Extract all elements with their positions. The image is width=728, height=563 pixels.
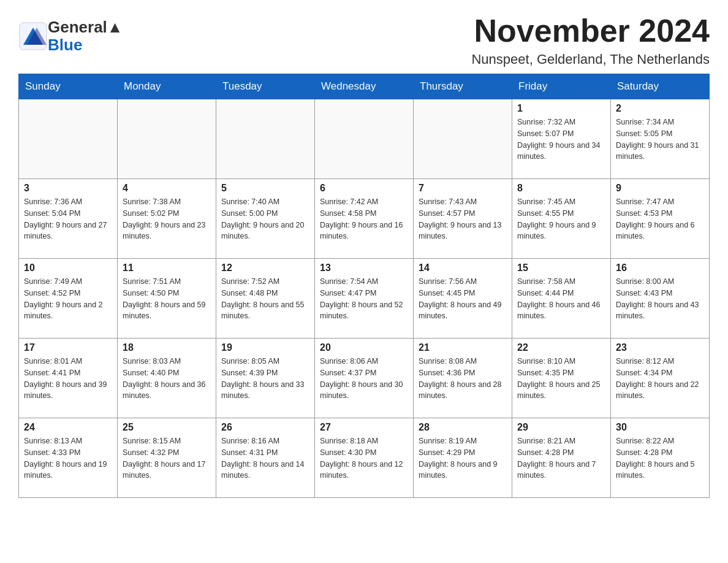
day-info: Sunrise: 8:22 AM Sunset: 4:28 PM Dayligh… [616, 435, 704, 481]
logo-text-general: General [48, 18, 107, 36]
day-info: Sunrise: 8:03 AM Sunset: 4:40 PM Dayligh… [123, 356, 211, 402]
day-info: Sunrise: 8:10 AM Sunset: 4:35 PM Dayligh… [517, 356, 605, 402]
calendar-cell [118, 99, 216, 179]
calendar-table: SundayMondayTuesdayWednesdayThursdayFrid… [18, 74, 710, 498]
day-info: Sunrise: 8:13 AM Sunset: 4:33 PM Dayligh… [24, 435, 112, 481]
calendar-cell: 11Sunrise: 7:51 AM Sunset: 4:50 PM Dayli… [118, 259, 216, 339]
calendar-week-2: 3Sunrise: 7:36 AM Sunset: 5:04 PM Daylig… [19, 179, 710, 259]
day-number: 30 [616, 422, 704, 433]
calendar-cell: 19Sunrise: 8:05 AM Sunset: 4:39 PM Dayli… [216, 339, 315, 418]
day-number: 25 [123, 422, 211, 433]
logo-text-blue: Blue [48, 36, 82, 54]
day-info: Sunrise: 8:15 AM Sunset: 4:32 PM Dayligh… [123, 435, 211, 481]
day-info: Sunrise: 8:19 AM Sunset: 4:29 PM Dayligh… [419, 435, 507, 481]
calendar-cell: 2Sunrise: 7:34 AM Sunset: 5:05 PM Daylig… [611, 99, 710, 179]
calendar-cell: 25Sunrise: 8:15 AM Sunset: 4:32 PM Dayli… [118, 418, 216, 498]
calendar-cell: 9Sunrise: 7:47 AM Sunset: 4:53 PM Daylig… [611, 179, 710, 259]
calendar-header-row: SundayMondayTuesdayWednesdayThursdayFrid… [19, 74, 710, 99]
day-info: Sunrise: 7:54 AM Sunset: 4:47 PM Dayligh… [320, 276, 408, 322]
calendar-cell: 28Sunrise: 8:19 AM Sunset: 4:29 PM Dayli… [414, 418, 512, 498]
calendar-week-4: 17Sunrise: 8:01 AM Sunset: 4:41 PM Dayli… [19, 339, 710, 418]
day-number: 6 [320, 183, 408, 194]
calendar-cell [315, 99, 414, 179]
day-info: Sunrise: 7:58 AM Sunset: 4:44 PM Dayligh… [517, 276, 605, 322]
calendar-cell: 10Sunrise: 7:49 AM Sunset: 4:52 PM Dayli… [19, 259, 118, 339]
day-info: Sunrise: 7:45 AM Sunset: 4:55 PM Dayligh… [517, 196, 605, 242]
day-number: 10 [24, 262, 112, 274]
calendar-cell: 13Sunrise: 7:54 AM Sunset: 4:47 PM Dayli… [315, 259, 414, 339]
month-title: November 2024 [471, 12, 710, 49]
day-info: Sunrise: 7:34 AM Sunset: 5:05 PM Dayligh… [616, 117, 704, 163]
day-info: Sunrise: 7:32 AM Sunset: 5:07 PM Dayligh… [517, 117, 605, 163]
day-number: 1 [517, 103, 605, 114]
day-info: Sunrise: 7:47 AM Sunset: 4:53 PM Dayligh… [616, 196, 704, 242]
calendar-cell: 14Sunrise: 7:56 AM Sunset: 4:45 PM Dayli… [414, 259, 512, 339]
calendar-cell: 15Sunrise: 7:58 AM Sunset: 4:44 PM Dayli… [512, 259, 611, 339]
day-number: 26 [221, 422, 309, 433]
day-info: Sunrise: 8:05 AM Sunset: 4:39 PM Dayligh… [221, 356, 309, 402]
day-info: Sunrise: 7:56 AM Sunset: 4:45 PM Dayligh… [419, 276, 507, 322]
calendar-cell: 21Sunrise: 8:08 AM Sunset: 4:36 PM Dayli… [414, 339, 512, 418]
day-number: 7 [419, 183, 507, 194]
day-info: Sunrise: 8:01 AM Sunset: 4:41 PM Dayligh… [24, 356, 112, 402]
calendar-cell [414, 99, 512, 179]
calendar-cell: 1Sunrise: 7:32 AM Sunset: 5:07 PM Daylig… [512, 99, 611, 179]
day-info: Sunrise: 8:21 AM Sunset: 4:28 PM Dayligh… [517, 435, 605, 481]
calendar-cell: 4Sunrise: 7:38 AM Sunset: 5:02 PM Daylig… [118, 179, 216, 259]
day-number: 11 [123, 262, 211, 274]
day-number: 9 [616, 183, 704, 194]
calendar-cell: 29Sunrise: 8:21 AM Sunset: 4:28 PM Dayli… [512, 418, 611, 498]
day-info: Sunrise: 8:12 AM Sunset: 4:34 PM Dayligh… [616, 356, 704, 402]
day-number: 19 [221, 342, 309, 353]
day-number: 13 [320, 262, 408, 274]
day-info: Sunrise: 7:40 AM Sunset: 5:00 PM Dayligh… [221, 196, 309, 242]
calendar-cell: 16Sunrise: 8:00 AM Sunset: 4:43 PM Dayli… [611, 259, 710, 339]
day-number: 27 [320, 422, 408, 433]
day-number: 12 [221, 262, 309, 274]
calendar-cell: 7Sunrise: 7:43 AM Sunset: 4:57 PM Daylig… [414, 179, 512, 259]
day-info: Sunrise: 8:08 AM Sunset: 4:36 PM Dayligh… [419, 356, 507, 402]
day-number: 23 [616, 342, 704, 353]
day-info: Sunrise: 8:00 AM Sunset: 4:43 PM Dayligh… [616, 276, 704, 322]
day-info: Sunrise: 7:43 AM Sunset: 4:57 PM Dayligh… [419, 196, 507, 242]
calendar-cell [216, 99, 315, 179]
calendar-cell: 22Sunrise: 8:10 AM Sunset: 4:35 PM Dayli… [512, 339, 611, 418]
day-number: 14 [419, 262, 507, 274]
day-number: 21 [419, 342, 507, 353]
calendar-cell: 26Sunrise: 8:16 AM Sunset: 4:31 PM Dayli… [216, 418, 315, 498]
calendar-header-wednesday: Wednesday [315, 74, 414, 99]
calendar-header-tuesday: Tuesday [216, 74, 315, 99]
page-header: General▲ Blue November 2024 Nunspeet, Ge… [18, 12, 710, 67]
calendar-header-friday: Friday [512, 74, 611, 99]
day-number: 5 [221, 183, 309, 194]
day-number: 29 [517, 422, 605, 433]
calendar-cell: 17Sunrise: 8:01 AM Sunset: 4:41 PM Dayli… [19, 339, 118, 418]
calendar-week-3: 10Sunrise: 7:49 AM Sunset: 4:52 PM Dayli… [19, 259, 710, 339]
day-number: 28 [419, 422, 507, 433]
calendar-header-sunday: Sunday [19, 74, 118, 99]
calendar-week-1: 1Sunrise: 7:32 AM Sunset: 5:07 PM Daylig… [19, 99, 710, 179]
calendar-cell: 30Sunrise: 8:22 AM Sunset: 4:28 PM Dayli… [611, 418, 710, 498]
calendar-cell: 12Sunrise: 7:52 AM Sunset: 4:48 PM Dayli… [216, 259, 315, 339]
calendar-cell: 20Sunrise: 8:06 AM Sunset: 4:37 PM Dayli… [315, 339, 414, 418]
calendar-cell: 3Sunrise: 7:36 AM Sunset: 5:04 PM Daylig… [19, 179, 118, 259]
day-info: Sunrise: 8:18 AM Sunset: 4:30 PM Dayligh… [320, 435, 408, 481]
calendar-week-5: 24Sunrise: 8:13 AM Sunset: 4:33 PM Dayli… [19, 418, 710, 498]
calendar-cell [19, 99, 118, 179]
day-info: Sunrise: 7:36 AM Sunset: 5:04 PM Dayligh… [24, 196, 112, 242]
day-number: 8 [517, 183, 605, 194]
day-info: Sunrise: 7:38 AM Sunset: 5:02 PM Dayligh… [123, 196, 211, 242]
calendar-cell: 6Sunrise: 7:42 AM Sunset: 4:58 PM Daylig… [315, 179, 414, 259]
calendar-header-monday: Monday [118, 74, 216, 99]
day-number: 18 [123, 342, 211, 353]
calendar-header-saturday: Saturday [611, 74, 710, 99]
logo-icon [18, 21, 48, 51]
calendar-header-thursday: Thursday [414, 74, 512, 99]
day-number: 20 [320, 342, 408, 353]
day-info: Sunrise: 7:49 AM Sunset: 4:52 PM Dayligh… [24, 276, 112, 322]
day-number: 17 [24, 342, 112, 353]
calendar-cell: 27Sunrise: 8:18 AM Sunset: 4:30 PM Dayli… [315, 418, 414, 498]
day-number: 22 [517, 342, 605, 353]
calendar-cell: 5Sunrise: 7:40 AM Sunset: 5:00 PM Daylig… [216, 179, 315, 259]
day-number: 24 [24, 422, 112, 433]
